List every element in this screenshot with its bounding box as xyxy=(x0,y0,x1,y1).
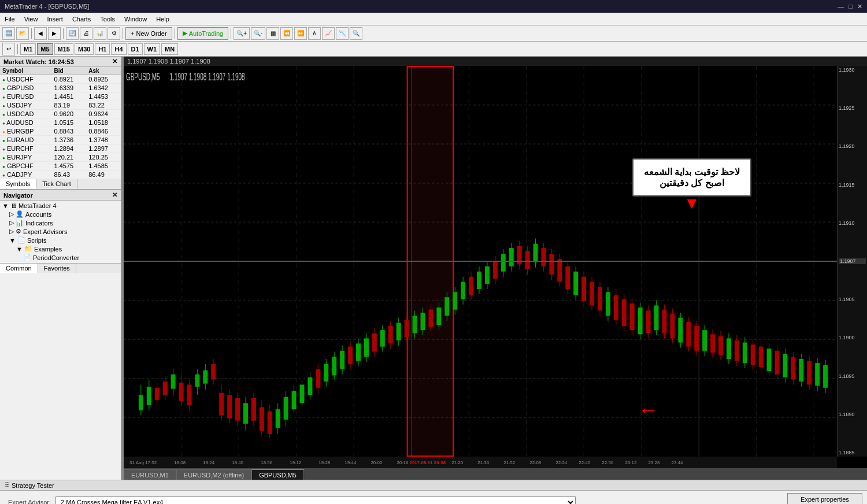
menu-view[interactable]: View xyxy=(20,13,43,25)
nav-examples-expand: ▼ xyxy=(16,246,23,253)
nav-item-accounts[interactable]: ▷ 👤 Accounts xyxy=(0,210,121,218)
menu-window[interactable]: Window xyxy=(120,13,151,25)
nav-item-indicators[interactable]: ▷ 📊 Indicators xyxy=(0,218,121,227)
menu-insert[interactable]: Insert xyxy=(42,13,68,25)
period-m15[interactable]: M15 xyxy=(54,43,73,55)
svg-rect-88 xyxy=(397,323,401,340)
nav-item-root[interactable]: ▼ 🖥 MetaTrader 4 xyxy=(0,202,121,210)
zoom-in-button[interactable]: 🔍+ xyxy=(234,27,250,40)
close-button[interactable]: ✕ xyxy=(857,3,862,10)
price-9: 1.1895 xyxy=(839,373,866,379)
mw-row-euraud[interactable]: ● EURAUD 1.3736 1.3748 xyxy=(0,136,121,144)
chart-tab-eurusd-m1[interactable]: EURUSD,M1 xyxy=(124,469,176,480)
mw-row-usdcad[interactable]: ● USDCAD 0.9620 0.9624 xyxy=(0,110,121,118)
period-mn[interactable]: MN xyxy=(161,43,178,55)
chart-tab-eurusd-m2[interactable]: EURUSD,M2 (offline) xyxy=(176,469,251,480)
chart-scroll2-button[interactable]: ⏩ xyxy=(294,27,307,40)
mw-row-eurjpy[interactable]: ● EURJPY 120.21 120.25 xyxy=(0,153,121,162)
mw-row-gbpusd[interactable]: ● GBPUSD 1.6339 1.6342 xyxy=(0,84,121,92)
search-button[interactable]: 🔍 xyxy=(350,27,362,40)
mw-cell-symbol: ● GBPCHF xyxy=(0,162,51,171)
mw-row-eurgbp[interactable]: ● EURGBP 0.8843 0.8846 xyxy=(0,127,121,136)
period-m5[interactable]: M5 xyxy=(37,43,53,55)
nav-tab-common[interactable]: Common xyxy=(0,264,38,273)
autotrading-button[interactable]: ▶ AutoTrading xyxy=(177,27,229,40)
period-m1[interactable]: M1 xyxy=(20,43,36,55)
mw-row-audusd[interactable]: ● AUDUSD 1.0515 1.0518 xyxy=(0,118,121,127)
minimize-button[interactable]: — xyxy=(838,3,844,10)
properties-button[interactable]: ⚙ xyxy=(108,27,120,40)
maximize-button[interactable]: □ xyxy=(849,3,853,10)
mw-cell-bid: 1.3736 xyxy=(51,136,86,144)
expert-properties-btn[interactable]: Expert properties xyxy=(787,493,862,504)
price-6: 1.1907 xyxy=(839,258,866,264)
svg-rect-116 xyxy=(509,248,514,266)
bar-chart-button[interactable]: 📉 xyxy=(336,27,349,40)
nav-examples-icon: 📁 xyxy=(24,245,32,253)
period-d1[interactable]: D1 xyxy=(128,43,143,55)
mw-cell-symbol: ● EURJPY xyxy=(0,153,51,162)
svg-rect-158 xyxy=(678,318,683,343)
chart-props-button[interactable]: ▦ xyxy=(266,27,279,40)
nav-indicators-expand: ▷ xyxy=(9,219,14,227)
mw-row-gbpchf[interactable]: ● GBPCHF 1.4575 1.4585 xyxy=(0,162,121,171)
nav-scripts-label: Scripts xyxy=(27,237,47,244)
new-button[interactable]: 🆕 xyxy=(2,27,15,40)
chart-scroll-button[interactable]: ⏪ xyxy=(280,27,293,40)
nav-item-expert-advisors[interactable]: ▷ ⚙ Expert Advisors xyxy=(0,227,121,236)
st-title: Strategy Tester xyxy=(12,482,54,489)
menu-help[interactable]: Help xyxy=(151,13,174,25)
mw-cell-symbol: ● USDJPY xyxy=(0,101,51,110)
svg-rect-71 xyxy=(332,357,336,375)
mw-row-eurusd[interactable]: ● EURUSD 1.4451 1.4453 xyxy=(0,92,121,101)
mw-col-bid: Bid xyxy=(51,67,86,75)
candlestick-button[interactable]: 🕯 xyxy=(308,27,321,40)
forward-button[interactable]: ▶ xyxy=(48,27,61,40)
mw-row-usdchf[interactable]: ● USDCHF 0.8921 0.8925 xyxy=(0,75,121,84)
menu-file[interactable]: File xyxy=(0,13,20,25)
open-button[interactable]: 📂 xyxy=(16,27,29,40)
time-5: 18:56 xyxy=(261,460,272,465)
market-watch-close-icon[interactable]: ✕ xyxy=(112,58,117,65)
market-watch: Market Watch: 16:24:53 ✕ Symbol Bid Ask … xyxy=(0,57,121,190)
period-h1[interactable]: H1 xyxy=(95,43,110,55)
mw-row-usdjpy[interactable]: ● USDJPY 83.19 83.22 xyxy=(0,101,121,110)
chart-bar-button[interactable]: 📊 xyxy=(94,27,106,40)
chart-canvas[interactable]: GBPUSD,M5 1.1907 1.1908 1.1907 1.1908 1.… xyxy=(124,66,867,468)
period-nav-left[interactable]: ↩ xyxy=(2,43,15,55)
mw-row-cadjpy[interactable]: ● CADJPY 86.43 86.49 xyxy=(0,171,121,179)
nav-item-scripts[interactable]: ▼ 📄 Scripts xyxy=(0,236,121,244)
chart-symbol-info: 1.1907 1.1908 1.1907 1.1908 xyxy=(127,58,210,65)
st-ea-select[interactable]: 2 MA Crosses Mega filter EA V1.ex4 xyxy=(55,496,576,504)
menu-charts[interactable]: Charts xyxy=(68,13,95,25)
nav-indicators-icon: 📊 xyxy=(16,219,24,227)
nav-item-examples[interactable]: ▼ 📁 Examples xyxy=(0,244,121,253)
refresh-button[interactable]: 🔄 xyxy=(66,27,79,40)
time-16: 22:40 xyxy=(579,460,590,465)
mw-row-eurchf[interactable]: ● EURCHF 1.2894 1.2897 xyxy=(0,144,121,153)
zoom-out-button[interactable]: 🔍- xyxy=(251,27,265,40)
svg-rect-82 xyxy=(372,333,377,352)
print-button[interactable]: 🖨 xyxy=(80,27,92,40)
period-m30[interactable]: M30 xyxy=(75,43,94,55)
mw-tab-tickchart[interactable]: Tick Chart xyxy=(36,179,77,189)
line-chart-button[interactable]: 📈 xyxy=(322,27,335,40)
svg-rect-41 xyxy=(211,364,216,380)
price-7: 1.1905 xyxy=(839,297,866,302)
svg-rect-84 xyxy=(380,330,385,346)
mw-tab-symbols[interactable]: Symbols xyxy=(0,179,36,189)
period-w1[interactable]: W1 xyxy=(144,43,161,55)
chart-tab-gbpusd-m5[interactable]: GBPUSD,M5 xyxy=(251,469,304,480)
svg-rect-96 xyxy=(428,310,433,327)
back-button[interactable]: ◀ xyxy=(34,27,47,40)
nav-tab-favorites[interactable]: Favorites xyxy=(38,264,76,273)
svg-rect-43 xyxy=(219,393,224,416)
svg-rect-194 xyxy=(823,365,828,388)
menu-tools[interactable]: Tools xyxy=(95,13,120,25)
navigator-close-icon[interactable]: ✕ xyxy=(112,191,117,199)
time-8: 19:44 xyxy=(344,460,356,465)
nav-item-periodconverter[interactable]: 📄 PeriodConverter xyxy=(0,253,121,262)
nav-ea-icon: ⚙ xyxy=(16,228,21,235)
period-h4[interactable]: H4 xyxy=(111,43,126,55)
new-order-button[interactable]: + New Order xyxy=(125,27,172,40)
